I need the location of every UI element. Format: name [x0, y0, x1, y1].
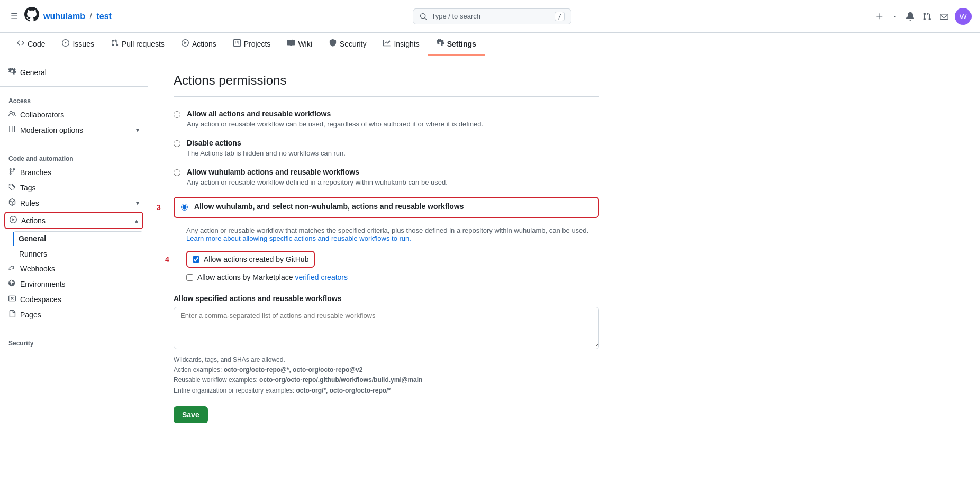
tab-settings[interactable]: Settings	[428, 33, 485, 56]
tab-code-label: Code	[28, 40, 45, 48]
sidebar-item-moderation[interactable]: Moderation options ▾	[0, 122, 148, 138]
sidebar-actions-label: Actions	[21, 216, 46, 225]
search-box[interactable]: Type / to search /	[413, 8, 571, 24]
sidebar-actions-outlined: Actions ▴	[4, 212, 143, 229]
option-allow-wuhulamb: Allow wuhulamb actions and reusable work…	[174, 168, 599, 186]
github-logo	[24, 7, 39, 25]
sidebar-item-general[interactable]: General	[0, 65, 148, 80]
save-button[interactable]: Save	[174, 406, 208, 423]
sidebar-codespaces-label: Codespaces	[20, 295, 61, 304]
tab-issues-label: Issues	[72, 40, 94, 48]
avatar[interactable]: W	[955, 8, 972, 25]
navbar-left: ☰ wuhulamb / test	[8, 7, 112, 25]
tab-issues[interactable]: Issues	[53, 33, 102, 56]
chevron-down-button[interactable]	[890, 12, 900, 21]
people-icon	[8, 110, 16, 119]
environments-icon	[8, 279, 16, 288]
help-text: Wildcards, tags, and SHAs are allowed. A…	[174, 355, 599, 396]
tab-wiki[interactable]: Wiki	[279, 33, 320, 56]
sidebar-item-branches[interactable]: Branches	[0, 165, 148, 180]
tab-pull-requests[interactable]: Pull requests	[103, 33, 173, 56]
code-icon	[17, 39, 24, 48]
checkboxes-area: 4 Allow actions created by GitHub Allow …	[174, 251, 599, 281]
tab-actions[interactable]: Actions	[173, 33, 225, 56]
checkbox2-item: Allow actions by Marketplace verified cr…	[186, 273, 599, 281]
tab-security-label: Security	[340, 40, 367, 48]
allow-specified-section: Allow specified actions and reusable wor…	[174, 294, 599, 396]
option-allow-select: Allow wuhulamb, and select non-wuhulamb,…	[181, 202, 592, 213]
sidebar-environments-label: Environments	[20, 280, 66, 288]
sidebar: General Access Collaborators Moderation …	[0, 56, 148, 483]
sidebar-item-tags[interactable]: Tags	[0, 180, 148, 195]
repo-tabs: Code Issues Pull requests Actions Projec…	[0, 33, 980, 56]
branches-icon	[8, 168, 16, 177]
option-allow-select-outlined: Allow wuhulamb, and select non-wuhulamb,…	[174, 197, 599, 218]
pull-requests-icon-button[interactable]	[921, 10, 933, 23]
tab-settings-label: Settings	[447, 40, 476, 48]
allowed-actions-textarea[interactable]	[174, 307, 599, 349]
wiki-icon	[287, 39, 295, 48]
security-icon	[329, 39, 337, 48]
webhooks-icon	[8, 264, 16, 273]
sidebar-general-sub-outlined: General	[13, 231, 143, 246]
sidebar-actions-runners-label: Runners	[19, 250, 47, 258]
sidebar-item-actions-general[interactable]: General	[13, 232, 143, 245]
sidebar-item-webhooks[interactable]: Webhooks	[0, 261, 148, 276]
sidebar-item-rules[interactable]: Rules ▾	[0, 195, 148, 211]
tab-code[interactable]: Code	[8, 33, 53, 56]
help-wildcards: Wildcards, tags, and SHAs are allowed.	[174, 355, 599, 365]
checkbox1-wrapper: 4 Allow actions created by GitHub	[186, 251, 599, 273]
notifications-button[interactable]	[904, 10, 917, 23]
sidebar-general-label: General	[20, 68, 47, 77]
sidebar-item-actions-runners[interactable]: Runners	[0, 247, 148, 261]
search-icon	[420, 13, 427, 20]
sidebar-item-actions[interactable]: Actions ▴	[5, 213, 142, 228]
repo-link[interactable]: test	[96, 12, 111, 21]
issues-icon	[62, 39, 69, 48]
sidebar-item-environments[interactable]: Environments	[0, 276, 148, 292]
tab-insights[interactable]: Insights	[375, 33, 428, 56]
plus-button[interactable]	[873, 10, 886, 23]
checkbox-allow-github[interactable]	[193, 256, 199, 263]
gear-icon	[8, 68, 16, 77]
main-content: Actions permissions Allow all actions an…	[148, 56, 624, 483]
sidebar-actions-general-label: General	[19, 234, 46, 243]
content-outer: Actions permissions Allow all actions an…	[148, 56, 980, 483]
radio-allow-select[interactable]	[181, 204, 188, 211]
option-allow-select-content: Allow wuhulamb, and select non-wuhulamb,…	[194, 202, 592, 213]
inbox-button[interactable]	[938, 10, 950, 23]
annotation-3: 3	[157, 203, 161, 212]
sidebar-item-pages[interactable]: Pages	[0, 307, 148, 322]
actions-sidebar-icon	[10, 216, 17, 225]
option-disable-label: Disable actions	[187, 139, 599, 147]
owner-link[interactable]: wuhulamb	[43, 12, 85, 21]
sidebar-actions-wrapper: 1 Actions ▴	[0, 212, 148, 229]
sidebar-item-collaborators[interactable]: Collaborators	[0, 107, 148, 122]
tab-projects-label: Projects	[244, 40, 271, 48]
option-allow-wuhulamb-label: Allow wuhulamb actions and reusable work…	[187, 168, 599, 176]
checkbox1-outlined: Allow actions created by GitHub	[186, 251, 315, 268]
sidebar-code-automation-section: Code and automation	[0, 151, 148, 165]
option4-desc-link[interactable]: Learn more about allowing specific actio…	[186, 234, 411, 242]
hamburger-button[interactable]: ☰	[8, 9, 20, 23]
option-allow-wuhulamb-content: Allow wuhulamb actions and reusable work…	[187, 168, 599, 186]
navbar: ☰ wuhulamb / test Type / to search /	[0, 0, 980, 33]
tab-security[interactable]: Security	[321, 33, 375, 56]
verified-creators-link[interactable]: verified creators	[295, 273, 348, 281]
radio-disable[interactable]	[174, 140, 180, 147]
option-allow-all: Allow all actions and reusable workflows…	[174, 110, 599, 128]
allow-specified-label: Allow specified actions and reusable wor…	[174, 294, 599, 303]
sidebar-webhooks-label: Webhooks	[20, 265, 55, 273]
radio-allow-wuhulamb[interactable]	[174, 169, 180, 176]
sidebar-tags-label: Tags	[20, 184, 36, 192]
tab-projects[interactable]: Projects	[225, 33, 279, 56]
sidebar-item-codespaces[interactable]: Codespaces	[0, 292, 148, 307]
help-reusable-examples: Reusable workflow examples: octo-org/oct…	[174, 375, 599, 385]
checkbox-marketplace[interactable]	[186, 274, 193, 281]
search-text: Type / to search	[431, 12, 480, 20]
checkbox-marketplace-label: Allow actions by Marketplace verified cr…	[197, 273, 348, 281]
radio-allow-all[interactable]	[174, 111, 180, 118]
sidebar-branches-label: Branches	[20, 168, 51, 177]
option-allow-all-label: Allow all actions and reusable workflows	[187, 110, 599, 118]
repo-path: wuhulamb / test	[43, 12, 112, 21]
